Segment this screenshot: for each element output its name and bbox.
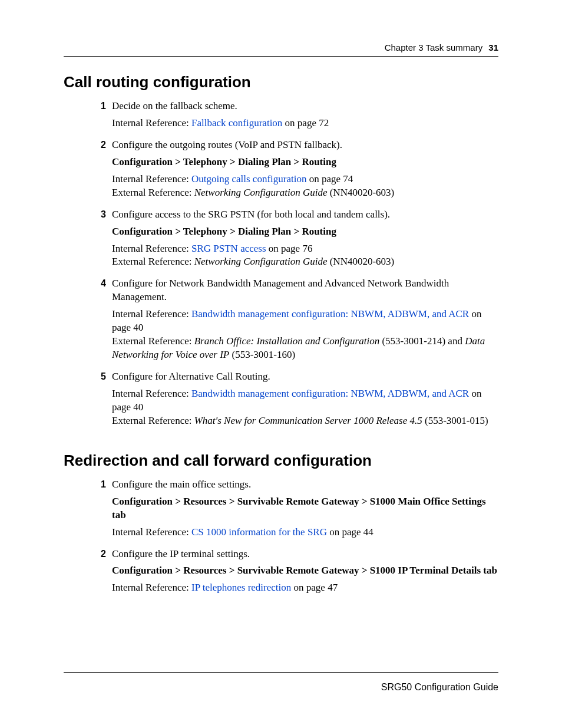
step-item: 5 Configure for Alternative Call Routing… [64, 370, 498, 428]
step-text: Configure for Alternative Call Routing. [112, 370, 498, 384]
document-page: Chapter 3 Task summary 31 Call routing c… [0, 0, 562, 728]
footer-rule [64, 672, 498, 673]
external-reference: External Reference: Branch Office: Insta… [112, 335, 498, 362]
step-text: Decide on the fallback scheme. [112, 100, 498, 113]
step-number: 2 [92, 139, 106, 151]
internal-reference: Internal Reference: Bandwidth management… [112, 308, 498, 335]
step-number: 1 [92, 478, 106, 491]
reference-link[interactable]: CS 1000 information for the SRG [191, 526, 327, 538]
reference-link[interactable]: Outgoing calls configuration [191, 173, 306, 185]
nav-path: Configuration > Resources > Survivable R… [112, 495, 498, 522]
reference-link[interactable]: Bandwidth management configuration: NBWM… [191, 388, 469, 399]
internal-reference: Internal Reference: IP telephones redire… [112, 581, 498, 595]
step-text: Configure the main office settings. [112, 478, 498, 492]
external-reference: External Reference: Networking Configura… [112, 186, 498, 200]
step-number: 2 [92, 548, 106, 561]
chapter-title: Chapter 3 Task summary [385, 42, 482, 52]
reference-link[interactable]: IP telephones redirection [191, 582, 291, 593]
step-list: 1 Decide on the fallback scheme. Interna… [64, 100, 498, 428]
section-heading: Redirection and call forward configurati… [64, 452, 498, 470]
step-item: 2 Configure the outgoing routes (VoIP an… [64, 139, 498, 200]
page-footer: SRG50 Configuration Guide [64, 672, 498, 693]
step-text: Configure the outgoing routes (VoIP and … [112, 139, 498, 152]
internal-reference: Internal Reference: Outgoing calls confi… [112, 173, 498, 186]
step-item: 4 Configure for Network Bandwidth Manage… [64, 277, 498, 362]
nav-path: Configuration > Resources > Survivable R… [112, 564, 498, 578]
internal-reference: Internal Reference: CS 1000 information … [112, 526, 498, 539]
step-item: 3 Configure access to the SRG PSTN (for … [64, 208, 498, 269]
nav-path: Configuration > Telephony > Dialing Plan… [112, 225, 498, 239]
internal-reference: Internal Reference: SRG PSTN access on p… [112, 242, 498, 256]
reference-link[interactable]: Bandwidth management configuration: NBWM… [191, 308, 469, 319]
internal-reference: Internal Reference: Fallback configurati… [112, 117, 498, 130]
header-rule [64, 56, 498, 57]
external-reference: External Reference: Networking Configura… [112, 255, 498, 269]
footer-text: SRG50 Configuration Guide [64, 682, 498, 693]
step-number: 3 [92, 208, 106, 221]
nav-path: Configuration > Telephony > Dialing Plan… [112, 156, 498, 169]
step-item: 1 Decide on the fallback scheme. Interna… [64, 100, 498, 130]
step-item: 2 Configure the IP terminal settings. Co… [64, 548, 498, 595]
reference-link[interactable]: SRG PSTN access [191, 243, 266, 254]
running-header: Chapter 3 Task summary 31 [64, 42, 498, 52]
step-item: 1 Configure the main office settings. Co… [64, 478, 498, 539]
reference-link[interactable]: Fallback configuration [191, 117, 282, 129]
external-reference: External Reference: What's New for Commu… [112, 414, 498, 428]
internal-reference: Internal Reference: Bandwidth management… [112, 387, 498, 414]
step-text: Configure for Network Bandwidth Manageme… [112, 277, 498, 304]
step-number: 4 [92, 277, 106, 290]
step-number: 1 [92, 100, 106, 113]
step-text: Configure access to the SRG PSTN (for bo… [112, 208, 498, 222]
step-list: 1 Configure the main office settings. Co… [64, 478, 498, 595]
page-number: 31 [488, 42, 498, 52]
step-number: 5 [92, 370, 106, 383]
section-heading: Call routing configuration [64, 73, 498, 91]
step-text: Configure the IP terminal settings. [112, 548, 498, 561]
